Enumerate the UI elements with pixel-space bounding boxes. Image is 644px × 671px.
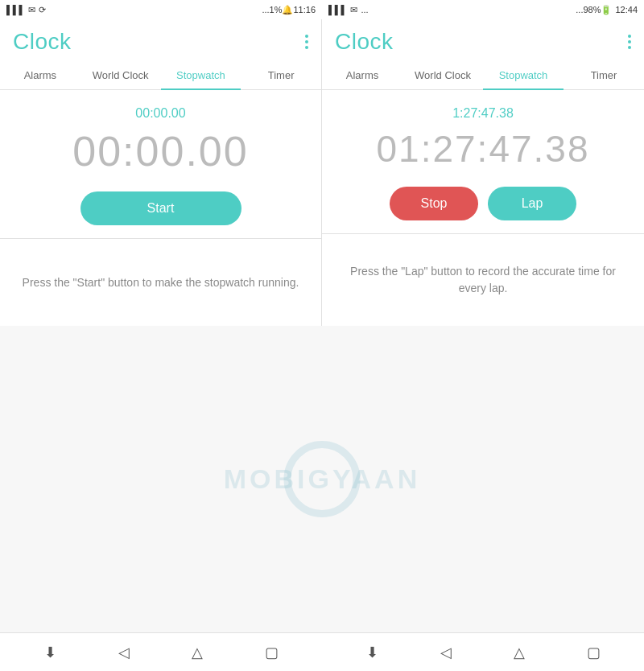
lap-button[interactable]: Lap: [488, 187, 576, 220]
dots-icon: ...: [361, 5, 368, 14]
status-bar-right: ▌▌▌ ✉ ... ...98%🔋 12:44: [322, 0, 644, 19]
info-section-left: Press the "Start" button to make the sto…: [0, 239, 321, 326]
watermark-area: MOBIGYAAN: [0, 326, 644, 632]
menu-dot-r3: [628, 46, 631, 49]
stopwatch-content-right: 1:27:47.38 01:27:47.38 Stop Lap: [322, 90, 644, 233]
tab-alarms-left[interactable]: Alarms: [0, 61, 80, 89]
app-header-right: Clock: [322, 19, 644, 61]
time-large-left: 00:00.00: [72, 127, 248, 175]
info-section-right: Press the "Lap" button to record the acc…: [322, 234, 644, 326]
stopwatch-content-left: 00:00.00 00:00.00 Start: [0, 90, 321, 238]
tab-stopwatch-left[interactable]: Stopwatch: [161, 61, 242, 89]
tab-stopwatch-right[interactable]: Stopwatch: [483, 61, 564, 89]
tab-worldclock-left[interactable]: World Clock: [80, 61, 161, 89]
nav-home-right[interactable]: △: [514, 644, 525, 661]
bottom-nav-left: ⬇ ◁ △ ▢: [0, 633, 322, 671]
status-bar-left: ▌▌▌ ✉ ⟳ ...1%🔔11:16: [0, 0, 322, 19]
status-bar-right-right: ...98%🔋 12:44: [576, 5, 638, 15]
menu-dot-1: [305, 35, 308, 38]
main-panels: Clock Alarms World Clock Stopwatch Timer: [0, 19, 644, 326]
status-bar-left-icons: ▌▌▌ ✉ ⟳: [6, 5, 46, 15]
bottom-nav: ⬇ ◁ △ ▢ ⬇ ◁ △ ▢: [0, 632, 644, 671]
right-status-text: ...98%🔋: [576, 5, 612, 15]
time-small-left: 00:00.00: [135, 106, 185, 121]
nav-back-right[interactable]: ◁: [440, 644, 452, 661]
watermark-text: MOBIGYAAN: [224, 463, 420, 495]
nav-down-right[interactable]: ⬇: [366, 644, 378, 661]
nav-recents-right[interactable]: ▢: [587, 644, 601, 661]
tabs-left: Alarms World Clock Stopwatch Timer: [0, 61, 321, 90]
stop-button[interactable]: Stop: [390, 187, 478, 220]
tab-alarms-right[interactable]: Alarms: [322, 61, 402, 89]
btn-row-left: Start: [13, 191, 308, 225]
tab-worldclock-right[interactable]: World Clock: [402, 61, 483, 89]
tabs-right: Alarms World Clock Stopwatch Timer: [322, 61, 644, 90]
time-large-right: 01:27:47.38: [376, 127, 589, 171]
right-time: 12:44: [615, 5, 638, 14]
email-icon-right: ✉: [350, 5, 357, 15]
tab-timer-left[interactable]: Timer: [241, 61, 321, 89]
menu-dot-2: [305, 40, 308, 43]
status-bar-right-icons: ▌▌▌ ✉ ...: [328, 5, 369, 15]
time-small-right: 1:27:47.38: [452, 106, 514, 121]
btn-row-right: Stop Lap: [335, 187, 631, 220]
email-icon: ✉: [28, 5, 35, 15]
info-text-right: Press the "Lap" button to record the acc…: [341, 263, 625, 297]
signal-icon-right: ▌▌▌: [328, 5, 347, 14]
app-title-left: Clock: [13, 29, 72, 55]
nav-down-left[interactable]: ⬇: [44, 644, 56, 661]
status-bar-left-right: ...1%🔔11:16: [262, 5, 316, 15]
start-button[interactable]: Start: [80, 191, 242, 225]
sync-icon: ⟳: [39, 5, 46, 15]
menu-dot-r1: [628, 35, 631, 38]
nav-back-left[interactable]: ◁: [118, 644, 130, 661]
bottom-nav-right: ⬇ ◁ △ ▢: [322, 633, 644, 671]
menu-dot-r2: [628, 40, 631, 43]
info-text-left: Press the "Start" button to make the sto…: [23, 274, 299, 291]
nav-recents-left[interactable]: ▢: [265, 644, 279, 661]
tab-timer-right[interactable]: Timer: [564, 61, 644, 89]
menu-button-left[interactable]: [305, 35, 308, 49]
menu-dot-3: [305, 46, 308, 49]
app-header-left: Clock: [0, 19, 321, 61]
status-bars: ▌▌▌ ✉ ⟳ ...1%🔔11:16 ▌▌▌ ✉ ... ...98%🔋 12…: [0, 0, 644, 19]
app-title-right: Clock: [335, 29, 394, 55]
panel-right: Clock Alarms World Clock Stopwatch Timer: [322, 19, 644, 326]
panel-left: Clock Alarms World Clock Stopwatch Timer: [0, 19, 322, 326]
left-status-text: ...1%🔔11:16: [262, 5, 316, 15]
menu-button-right[interactable]: [628, 35, 631, 49]
signal-icon: ▌▌▌: [6, 5, 25, 14]
nav-home-left[interactable]: △: [192, 644, 203, 661]
